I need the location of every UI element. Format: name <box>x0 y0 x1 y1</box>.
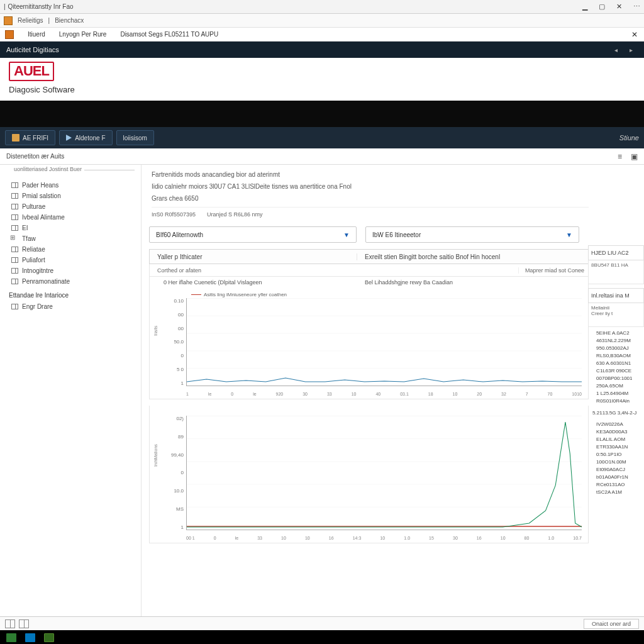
window-close-button[interactable]: ✕ <box>616 3 622 11</box>
rightcol-sub: 8BU547 B11 HA <box>588 260 644 284</box>
layout-icon[interactable]: ≡ <box>618 152 622 161</box>
status-bar: Onaict oner ard <box>0 616 644 630</box>
panel-header: Yaller p Ithicater Exreilt stien Bingitt… <box>149 249 589 264</box>
intro-meta-1: InS0 R0f5507395 <box>152 211 196 218</box>
window-titlebar: | Qiteernititanstty Inr Fao ▁ ▢ ✕ ⋯ <box>0 0 644 14</box>
sidebar-item-8[interactable]: Intnogitntre <box>0 265 141 276</box>
menu-app-icon <box>5 30 14 39</box>
toolbar-btn-3[interactable]: loiisisom <box>116 130 154 145</box>
rightcol-header: HJED LIU AC2 <box>588 245 644 260</box>
sidebar-heading-2: Ettandae lre Intarioce <box>0 287 141 301</box>
menu-item-2[interactable]: Lnyogn Per Rure <box>59 31 107 38</box>
chart-2-yaxis: 02)8999,40010.0MS1 <box>162 416 184 530</box>
panel-sub-left: Corthed or afaten <box>150 267 518 274</box>
taskbar-icon-3[interactable] <box>44 633 54 642</box>
rightcol-panel2-header: Inl.reltasi ina M <box>588 288 644 303</box>
window-minimize-button[interactable]: ▁ <box>582 3 587 11</box>
sidebar-item-1[interactable]: Pmial salstion <box>0 191 141 201</box>
subbar-divider: | <box>48 17 50 24</box>
taskbar-icon-1[interactable] <box>6 633 16 642</box>
panel-row3-right: Bel Lihaddshgjne rewy Ba Caadian <box>357 279 588 286</box>
tree-expand-icon <box>11 236 18 242</box>
window-overflow-button[interactable]: ⋯ <box>633 3 640 11</box>
book-icon <box>11 257 18 263</box>
rightcol-separator-text: 5.2113.5G 3,4N-2-J <box>592 410 644 416</box>
inner-close-button[interactable]: ✕ <box>631 30 638 39</box>
menu-item-3[interactable]: Disamsot Segs FL05211 TO AUPU <box>120 31 218 38</box>
book-icon <box>11 304 18 309</box>
menu-item-1[interactable]: Itiuerd <box>28 31 45 38</box>
sidebar-item-9[interactable]: Penramonatinate <box>0 276 141 287</box>
chart-1-plot <box>186 298 582 386</box>
window-title: Qiteernititanstty Inr Fao <box>8 3 74 10</box>
taskbar-icon-2[interactable] <box>25 633 35 642</box>
sidebar-item-4[interactable]: EI <box>0 223 141 233</box>
intro-meta-2: Uranjed S R6L86 nmy <box>207 211 263 218</box>
sidebar: uonlitteriased Jostinst Buer Pader Heans… <box>0 165 142 616</box>
book-icon <box>11 182 18 188</box>
tab-active[interactable]: Distenetiton ær Auits <box>6 153 64 160</box>
sidebar-item-6[interactable]: Reliatae <box>0 244 141 255</box>
menu-strip: Itiuerd Lnyogn Per Rure Disamsot Segs FL… <box>0 28 644 42</box>
toolbar-btn-2[interactable]: Aldetone F <box>59 130 112 145</box>
brand-block: AUEL Diagosic Software <box>0 58 644 101</box>
rightcol-codes-1: 5EIHE A.0AC24631NL2.229M950.053002AJRLS0… <box>589 327 644 405</box>
chart-1-wrap: Asitis ling iMniuseneore yfler coathen I… <box>149 288 589 399</box>
content-area: Fartrenitids mods anacandieg bior ad ate… <box>142 165 644 616</box>
sidebar-group-label: uonlitteriased Jostinst Buer <box>11 170 135 176</box>
expand-icon[interactable]: ▣ <box>631 152 638 161</box>
statusbar-right-button[interactable]: Onaict oner ard <box>584 619 639 629</box>
book-icon <box>11 204 18 209</box>
sidebar-item-0[interactable]: Pader Heans <box>0 180 141 191</box>
subbar-item-2[interactable]: Bienchacx <box>55 17 84 24</box>
right-column: HJED LIU AC2 8BU547 B11 HA Inl.reltasi i… <box>589 170 644 616</box>
intro-line-1: Fartrenitids mods anacandieg bior ad ate… <box>152 171 589 178</box>
book-icon <box>11 225 18 231</box>
sub-toolbar: Relieitigs | Bienchacx <box>0 14 644 28</box>
subbar-item-1[interactable]: Relieitigs <box>18 17 43 24</box>
brand-logo: AUEL <box>9 62 54 81</box>
folder-icon <box>12 134 19 142</box>
title-prefix: | <box>4 3 6 10</box>
statusbar-icon-2[interactable] <box>19 619 29 628</box>
chart-2-wrap: InihMations 02)8999,40010.0MS1 00 10le33… <box>149 406 589 543</box>
chart-1-legend: Asitis ling iMniuseneore yfler coathen <box>191 292 287 297</box>
statusbar-icon-1[interactable] <box>5 619 15 628</box>
chart-2-ylabel: InihMations <box>153 444 158 467</box>
book-icon <box>11 279 18 284</box>
sidebar-item-3[interactable]: Ivbeal Alintame <box>0 212 141 223</box>
dark-strip <box>0 101 644 127</box>
rightcol-panel2-sub: Melialnii Creer liy t <box>588 303 644 327</box>
sidebar-item-7[interactable]: Puliafort <box>0 255 141 265</box>
panel-row3-left: 0 Her iflahe Cuenetic (Dlpital Vislageen <box>150 279 357 286</box>
book-icon <box>11 193 18 199</box>
panel-header-right: Exreilt stien Bingitt borche saitio Bnof… <box>357 253 588 260</box>
book-icon <box>11 214 18 220</box>
panel-subheader: Corthed or afaten Maprer miad sot Conee <box>149 264 589 277</box>
window-maximize-button[interactable]: ▢ <box>599 3 605 11</box>
panel-row-3: 0 Her iflahe Cuenetic (Dlpital Vislageen… <box>149 277 589 288</box>
brand-subtitle: Diagosic Software <box>9 85 635 94</box>
taskbar <box>0 630 644 644</box>
tab-strip: Distenetiton ær Auits ≡ ▣ <box>0 148 644 165</box>
toolbar-btn-1[interactable]: AE FRIFI <box>5 130 55 145</box>
dropdown-1[interactable]: BIf60 Aliternowth▼ <box>149 226 357 243</box>
chart-1-xaxis: 1le0le9203033104003.1181020327701010 <box>186 392 582 396</box>
main-area: uonlitteriased Jostinst Buer Pader Heans… <box>0 165 644 616</box>
intro-block: Fartrenitids mods anacandieg bior ad ate… <box>149 170 589 219</box>
chart-1-ylabel: Iiiaits <box>153 326 158 336</box>
header-nav-arrows[interactable]: ◂ ▸ <box>614 47 638 53</box>
sidebar-item-2[interactable]: Pulturae <box>0 201 141 212</box>
chart-1-yaxis: 0.10000050.005 01 <box>162 298 184 386</box>
sidebar-item-b0[interactable]: Engr Drare <box>0 301 141 312</box>
sidebar-item-5[interactable]: Tfaw <box>0 233 141 244</box>
app-header-title: Auticitet Digitiacs <box>6 46 59 53</box>
chart-2-plot <box>186 416 582 530</box>
chevron-down-icon: ▼ <box>343 231 350 238</box>
dropdown-2[interactable]: IbW E6 Itineeetor▼ <box>365 226 579 243</box>
chart-2-xaxis: 00 10le3310101614:3101.015301610801.010.… <box>186 536 582 540</box>
book-icon <box>11 247 18 252</box>
intro-line-3: Grars chea 6650 <box>152 195 589 202</box>
app-header-dark: Auticitet Digitiacs ◂ ▸ <box>0 42 644 58</box>
main-toolbar: AE FRIFI Aldetone F loiisisom Stiune <box>0 127 644 148</box>
